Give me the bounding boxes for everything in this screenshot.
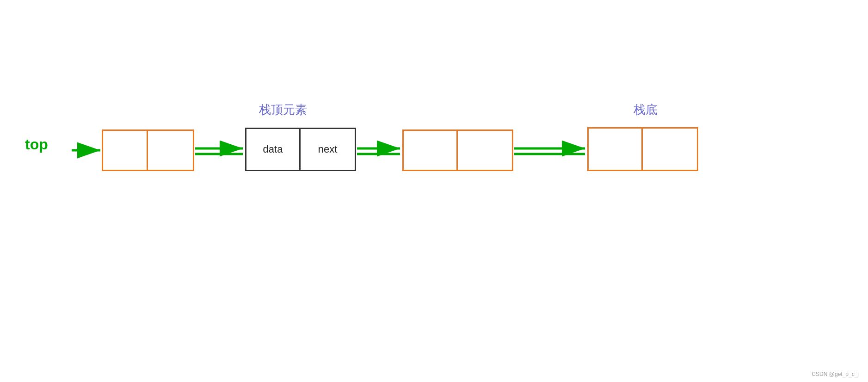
zhan-di-label: 栈底 xyxy=(634,102,658,118)
diagram-container: top 栈顶元素 栈底 data next xyxy=(0,0,868,382)
node3-cell1 xyxy=(404,131,458,170)
node2: data next xyxy=(245,128,356,171)
node2-cell-next: next xyxy=(301,129,355,170)
node1-cell2 xyxy=(148,131,193,170)
node4-cell2 xyxy=(643,129,697,170)
node3-cell2 xyxy=(458,131,512,170)
zhan-ding-label: 栈顶元素 xyxy=(259,102,307,118)
arrows-svg xyxy=(0,0,868,382)
top-label: top xyxy=(25,136,48,153)
node4-cell1 xyxy=(589,129,643,170)
watermark: CSDN @get_p_c_j xyxy=(812,371,859,377)
node4 xyxy=(587,127,698,171)
node1-cell1 xyxy=(103,131,148,170)
node2-cell-data: data xyxy=(246,129,301,170)
node1 xyxy=(102,129,194,171)
node3 xyxy=(402,129,513,171)
